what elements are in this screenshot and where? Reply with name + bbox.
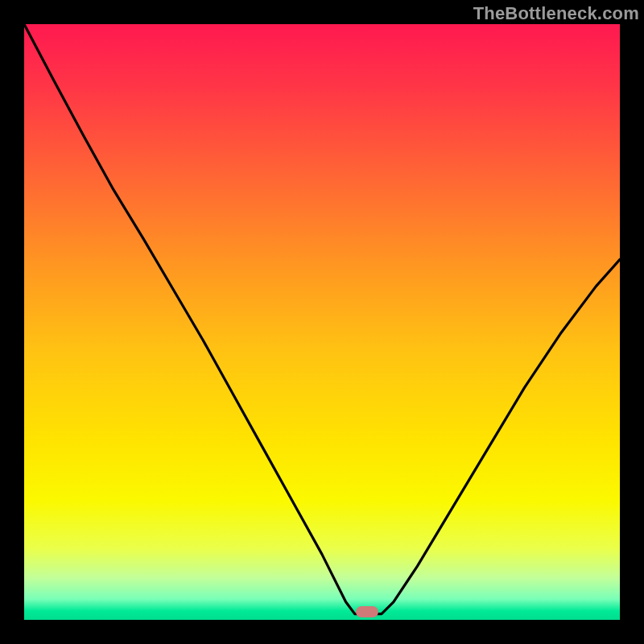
chart-frame: TheBottleneck.com — [0, 0, 644, 644]
watermark-text: TheBottleneck.com — [473, 3, 639, 24]
plot-area — [24, 24, 620, 620]
svg-rect-0 — [24, 24, 620, 620]
background-gradient — [24, 24, 620, 620]
optimal-marker — [356, 606, 378, 617]
